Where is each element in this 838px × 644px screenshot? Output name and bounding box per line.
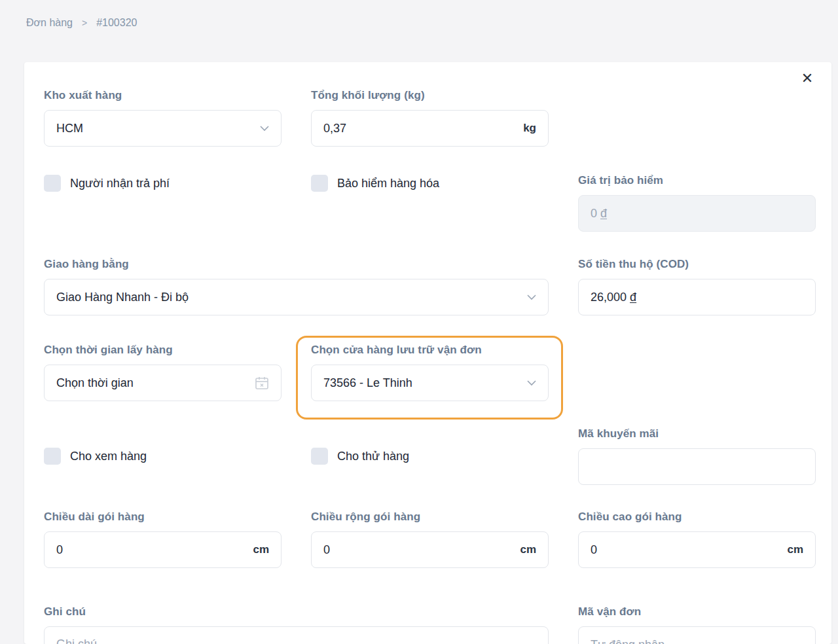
total-weight-label: Tổng khối lượng (kg)	[311, 89, 549, 102]
allow-view-label: Cho xem hàng	[70, 450, 147, 463]
allow-view-checkbox[interactable]	[44, 448, 61, 465]
package-length-value: 0	[56, 543, 253, 557]
allow-try-checkbox[interactable]	[311, 448, 328, 465]
package-height-value: 0	[591, 543, 787, 557]
package-length-label: Chiều dài gói hàng	[44, 510, 282, 524]
cm-unit-suffix: cm	[787, 543, 803, 556]
store-waybill-value: 73566 - Le Thinh	[323, 376, 520, 390]
field-insured-value: Giá trị bảo hiểm 0 đ	[578, 174, 816, 232]
order-shipping-panel: ✕ Kho xuất hàng HCM Tổng khối lượng (kg)…	[24, 62, 831, 644]
breadcrumb: Đơn hàng > #100320	[26, 17, 137, 29]
dong-symbol: đ	[600, 207, 607, 220]
cod-amount-input[interactable]: 26,000 đ	[578, 279, 816, 315]
field-promo-code: Mã khuyến mãi	[578, 427, 816, 485]
pickup-time-picker[interactable]: Chọn thời gian	[44, 365, 282, 401]
warehouse-label: Kho xuất hàng	[44, 89, 282, 102]
cm-unit-suffix: cm	[253, 543, 269, 556]
warehouse-value: HCM	[56, 122, 253, 135]
waybill-code-label: Mã vận đơn	[578, 605, 816, 618]
calendar-icon	[255, 376, 269, 390]
cod-amount-text: 26,000 đ	[591, 291, 803, 304]
kg-unit-suffix: kg	[523, 122, 536, 135]
receiver-pays-label: Người nhận trả phí	[70, 177, 170, 190]
field-note: Ghi chú	[44, 605, 549, 644]
carrier-label: Giao hàng bằng	[44, 258, 549, 271]
cm-unit-suffix: cm	[520, 543, 536, 556]
pickup-time-label: Chọn thời gian lấy hàng	[44, 344, 282, 357]
chevron-down-icon	[527, 295, 536, 300]
allow-view-checkbox-row[interactable]: Cho xem hàng	[44, 448, 147, 465]
package-width-value: 0	[323, 543, 520, 557]
pickup-time-value: Chọn thời gian	[56, 376, 248, 390]
allow-try-label: Cho thử hàng	[337, 450, 409, 463]
dong-symbol: đ	[630, 291, 636, 304]
breadcrumb-order-id: #100320	[96, 17, 137, 29]
field-waybill-code: Mã vận đơn	[578, 605, 816, 644]
field-warehouse: Kho xuất hàng HCM	[44, 89, 282, 147]
allow-try-checkbox-row[interactable]: Cho thử hàng	[311, 448, 409, 465]
breadcrumb-separator-icon: >	[82, 18, 87, 28]
insured-value-label: Giá trị bảo hiểm	[578, 174, 816, 187]
total-weight-value: 0,37	[323, 122, 523, 135]
field-pickup-time: Chọn thời gian lấy hàng Chọn thời gian	[44, 344, 282, 401]
package-length-input[interactable]: 0 cm	[44, 531, 282, 568]
package-width-input[interactable]: 0 cm	[311, 531, 549, 568]
goods-insurance-checkbox[interactable]	[311, 175, 328, 192]
goods-insurance-label: Bảo hiểm hàng hóa	[337, 177, 439, 190]
field-carrier: Giao hàng bằng Giao Hàng Nhanh - Đi bộ	[44, 258, 549, 315]
note-textarea[interactable]	[44, 626, 549, 644]
waybill-code-input[interactable]	[578, 626, 816, 644]
field-package-width: Chiều rộng gói hàng 0 cm	[311, 510, 549, 568]
package-width-label: Chiều rộng gói hàng	[311, 510, 549, 524]
carrier-select[interactable]: Giao Hàng Nhanh - Đi bộ	[44, 279, 549, 315]
cod-amount-label: Số tiền thu hộ (COD)	[578, 258, 816, 271]
field-cod-amount: Số tiền thu hộ (COD) 26,000 đ	[578, 258, 816, 315]
store-waybill-label: Chọn cửa hàng lưu trữ vận đơn	[311, 344, 549, 357]
store-waybill-select[interactable]: 73566 - Le Thinh	[311, 365, 549, 401]
breadcrumb-orders-link[interactable]: Đơn hàng	[26, 17, 73, 29]
insured-value-text: 0 đ	[591, 207, 803, 221]
insured-value-input: 0 đ	[578, 195, 816, 232]
receiver-pays-checkbox[interactable]	[44, 175, 61, 192]
note-label: Ghi chú	[44, 605, 549, 618]
field-package-height: Chiều cao gói hàng 0 cm	[578, 510, 816, 568]
field-package-length: Chiều dài gói hàng 0 cm	[44, 510, 282, 568]
field-store-waybill: Chọn cửa hàng lưu trữ vận đơn 73566 - Le…	[311, 344, 549, 401]
carrier-value: Giao Hàng Nhanh - Đi bộ	[56, 291, 520, 304]
field-total-weight: Tổng khối lượng (kg) 0,37 kg	[311, 89, 549, 147]
warehouse-select[interactable]: HCM	[44, 110, 282, 147]
chevron-down-icon	[260, 126, 269, 132]
total-weight-input[interactable]: 0,37 kg	[311, 110, 549, 147]
promo-code-input[interactable]	[578, 448, 816, 485]
chevron-down-icon	[527, 380, 536, 386]
package-height-input[interactable]: 0 cm	[578, 531, 816, 568]
close-icon[interactable]: ✕	[799, 70, 816, 87]
goods-insurance-checkbox-row[interactable]: Bảo hiểm hàng hóa	[311, 175, 439, 192]
package-height-label: Chiều cao gói hàng	[578, 510, 816, 524]
receiver-pays-checkbox-row[interactable]: Người nhận trả phí	[44, 175, 170, 192]
promo-code-label: Mã khuyến mãi	[578, 427, 816, 440]
